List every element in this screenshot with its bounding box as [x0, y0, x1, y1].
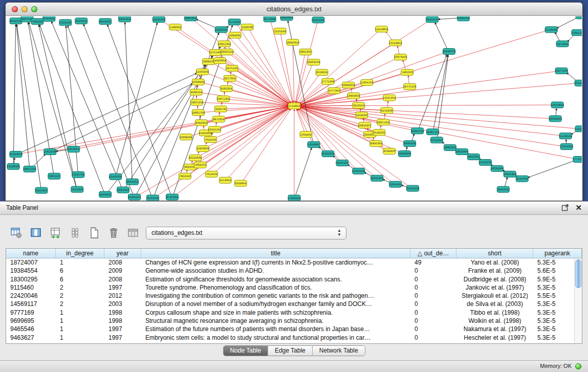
- graph-node[interactable]: 17710502: [573, 156, 582, 162]
- table-mode-button[interactable]: [9, 226, 23, 240]
- column-chooser-button[interactable]: [68, 226, 81, 240]
- graph-node[interactable]: 13807204: [190, 99, 203, 105]
- column-header-title[interactable]: title: [141, 249, 410, 258]
- graph-node[interactable]: 9586104: [190, 89, 202, 95]
- graph-node[interactable]: 12450204: [196, 69, 209, 75]
- table-row[interactable]: 1456911722003Disruption of a novel membe…: [6, 300, 582, 308]
- graph-node[interactable]: 9880204: [444, 145, 456, 151]
- graph-node[interactable]: 23128585: [7, 163, 19, 169]
- graph-node[interactable]: 1225249: [274, 28, 286, 34]
- graph-node[interactable]: 10292504: [215, 27, 228, 33]
- graph-node[interactable]: 7245304: [71, 186, 83, 192]
- table-row[interactable]: 911546021997Tourette syndrome. Phenomeno…: [6, 283, 582, 292]
- graph-node[interactable]: 16145304: [574, 80, 582, 86]
- graph-node[interactable]: 16640904: [280, 16, 293, 20]
- network-graph[interactable]: 1724904800450484675047590204874520410245…: [6, 16, 582, 201]
- graph-node[interactable]: 1914845: [308, 142, 320, 148]
- graph-node[interactable]: 10942204: [571, 30, 582, 36]
- graph-node[interactable]: 14420604: [213, 58, 226, 64]
- graph-node[interactable]: 9277304: [224, 75, 236, 81]
- graph-node[interactable]: 9642304: [467, 154, 480, 160]
- graph-node[interactable]: 9558204: [316, 69, 328, 75]
- graph-node[interactable]: 1189304: [169, 24, 181, 30]
- table-row[interactable]: 946554611997Estimation of the future num…: [6, 325, 582, 333]
- graph-node[interactable]: 8604504: [126, 179, 139, 185]
- graph-node[interactable]: 16957404: [377, 119, 389, 125]
- graph-node[interactable]: 8004504: [10, 18, 22, 24]
- graph-node[interactable]: 8224804: [234, 180, 247, 186]
- graph-node[interactable]: 11604704: [360, 79, 373, 85]
- graph-node[interactable]: 25260650: [9, 151, 22, 158]
- graph-node[interactable]: 16864604: [342, 82, 355, 88]
- graph-node[interactable]: 9777304: [328, 87, 340, 94]
- graph-node[interactable]: 8585304: [220, 85, 232, 92]
- graph-node[interactable]: 3216504: [353, 102, 365, 108]
- graph-node[interactable]: 15812546: [43, 149, 56, 155]
- graph-node[interactable]: 10973404: [394, 54, 407, 60]
- zoom-window-button[interactable]: [31, 6, 37, 12]
- graph-node[interactable]: 10998404: [180, 134, 192, 140]
- tab-network-table[interactable]: Network Table: [313, 346, 365, 356]
- graph-node[interactable]: 17692404: [288, 195, 300, 201]
- table-row[interactable]: 969969511998Structural magnetic resonanc…: [6, 317, 582, 325]
- graph-node[interactable]: 1358404: [300, 132, 312, 138]
- graph-node[interactable]: 16034204: [491, 165, 504, 171]
- graph-node[interactable]: 1724904: [288, 103, 300, 109]
- table-row[interactable]: 946362711997Embryonic stem cells: a mode…: [6, 334, 582, 342]
- graph-node[interactable]: 16640910: [286, 39, 299, 46]
- graph-node[interactable]: 10645404: [504, 171, 516, 177]
- graph-node[interactable]: 16245304: [371, 175, 383, 181]
- graph-node[interactable]: 9980204: [184, 16, 197, 21]
- close-window-button[interactable]: [12, 6, 18, 12]
- column-header-year[interactable]: year: [104, 249, 141, 258]
- network-canvas[interactable]: 1724904800450484675047590204874520410245…: [6, 16, 582, 201]
- graph-node[interactable]: 20671304: [217, 96, 230, 102]
- table-row[interactable]: 1872400712008Changes of HCN gene express…: [6, 258, 582, 267]
- graph-node[interactable]: 10124804: [389, 40, 402, 46]
- graph-node[interactable]: 8624504: [117, 187, 129, 193]
- table-selector-dropdown[interactable]: citations_edges.txt ▲▼: [146, 227, 346, 239]
- graph-node[interactable]: 11548408: [545, 27, 557, 33]
- graph-node[interactable]: 7624540: [179, 173, 191, 179]
- graph-node[interactable]: 8092304: [195, 120, 207, 126]
- graph-node[interactable]: 16816207: [358, 122, 371, 128]
- graph-node[interactable]: 9245002: [497, 186, 509, 192]
- graph-node[interactable]: 16245904: [321, 151, 334, 157]
- table-row[interactable]: 1938455462009Genome-wide association stu…: [6, 267, 582, 275]
- graph-node[interactable]: 18775105: [403, 83, 416, 90]
- graph-node[interactable]: 10245204: [352, 168, 365, 174]
- column-header-out_de[interactable]: △ out_de…: [410, 249, 456, 258]
- graph-node[interactable]: 13804604: [347, 93, 360, 99]
- close-panel-icon[interactable]: ✕: [575, 204, 582, 211]
- graph-node[interactable]: 10953604: [197, 146, 209, 152]
- scrollbar-thumb[interactable]: [575, 259, 581, 288]
- graph-node[interactable]: 59051505: [23, 166, 36, 172]
- tab-node-table[interactable]: Node Table: [223, 346, 268, 356]
- graph-node[interactable]: 8096504: [404, 141, 416, 147]
- graph-node[interactable]: 9135504: [147, 195, 159, 201]
- graph-node[interactable]: 12543804: [375, 26, 388, 32]
- graph-node[interactable]: 12010304: [560, 144, 573, 150]
- graph-node[interactable]: 6245304: [35, 187, 48, 193]
- graph-node[interactable]: 21645304: [406, 185, 419, 191]
- graph-node[interactable]: 5905150: [48, 173, 60, 179]
- graph-node[interactable]: 7634504: [194, 162, 206, 168]
- graph-node[interactable]: 16845304: [369, 141, 382, 147]
- graph-node[interactable]: 9245004: [119, 16, 131, 22]
- show-columns-button[interactable]: [29, 226, 42, 240]
- graph-node[interactable]: 19861704: [192, 110, 205, 116]
- graph-node[interactable]: 8675304: [212, 116, 225, 122]
- graph-node[interactable]: 8549203: [373, 129, 385, 136]
- graph-node[interactable]: 15953804: [551, 102, 563, 108]
- graph-node[interactable]: 9154409: [381, 107, 393, 114]
- graph-node[interactable]: 2226038: [241, 24, 253, 30]
- graph-node[interactable]: 7614504: [205, 171, 217, 177]
- graph-node[interactable]: 14245204: [575, 126, 582, 132]
- graph-node[interactable]: 9153304: [219, 177, 231, 183]
- graph-node[interactable]: 7590204: [31, 18, 43, 25]
- graph-node[interactable]: 5572304: [228, 19, 241, 25]
- graph-node[interactable]: 1024504: [59, 19, 72, 26]
- graph-node[interactable]: 16245804: [189, 155, 202, 161]
- graph-node[interactable]: 16694804: [398, 151, 411, 157]
- graph-node[interactable]: 9135004: [75, 18, 88, 24]
